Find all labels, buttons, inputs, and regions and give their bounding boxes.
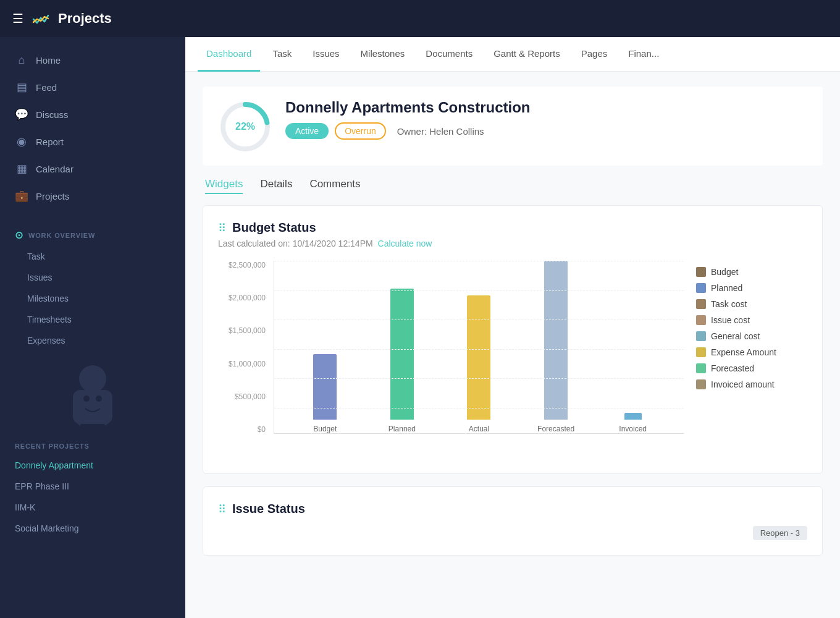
calendar-icon: ▦ bbox=[15, 162, 28, 176]
bar-budget bbox=[313, 354, 337, 420]
badge-active: Active bbox=[285, 123, 329, 139]
sidebar-item-discuss[interactable]: 💬 Discuss bbox=[0, 101, 185, 128]
logo-icon bbox=[32, 12, 49, 25]
chart-legend: Budget Planned Task cost Issue cost bbox=[696, 261, 807, 389]
sidebar-sub-task[interactable]: Task bbox=[0, 246, 185, 267]
budget-card-subtitle: Last calculated on: 10/14/2020 12:14PM C… bbox=[218, 239, 807, 248]
budget-card: ⠿ Budget Status Last calculated on: 10/1… bbox=[203, 205, 823, 474]
project-info: Donnelly Apartments Construction Active … bbox=[285, 99, 808, 140]
work-overview-icon: ⊙ bbox=[15, 229, 23, 241]
legend-swatch-expense bbox=[696, 347, 706, 357]
hamburger-icon[interactable]: ☰ bbox=[12, 11, 23, 26]
recent-item-donnely[interactable]: Donnely Appartment bbox=[0, 455, 185, 476]
sub-tab-comments[interactable]: Comments bbox=[309, 178, 360, 194]
sidebar-item-label: Calendar bbox=[36, 164, 74, 174]
y-label-5: $0 bbox=[258, 425, 266, 434]
legend-task-cost: Task cost bbox=[696, 299, 807, 309]
progress-text: 22% bbox=[235, 121, 255, 132]
bar-actual bbox=[467, 295, 490, 420]
bar-label-forecasted: Forecasted bbox=[537, 425, 574, 433]
budget-grid-icon: ⠿ bbox=[218, 221, 226, 235]
tab-task[interactable]: Task bbox=[264, 37, 300, 72]
reopen-badge: Reopen - 3 bbox=[753, 526, 807, 540]
sidebar-nav: ⌂ Home ▤ Feed 💬 Discuss ◉ Report ▦ Calen… bbox=[0, 37, 185, 219]
tab-finan[interactable]: Finan... bbox=[620, 37, 668, 72]
y-label-0: $2,500,000 bbox=[229, 261, 266, 269]
sidebar-item-report[interactable]: ◉ Report bbox=[0, 128, 185, 155]
y-label-4: $500,000 bbox=[235, 392, 266, 401]
bar-group-forecasted: Forecasted bbox=[518, 261, 595, 433]
sidebar-sub-issues[interactable]: Issues bbox=[0, 267, 185, 288]
recent-item-social[interactable]: Social Marketing bbox=[0, 518, 185, 539]
legend-swatch-forecasted bbox=[696, 363, 706, 373]
sub-tabs: Widgets Details Comments bbox=[203, 178, 823, 194]
legend-swatch-general-cost bbox=[696, 331, 706, 341]
top-bar: ☰ Projects bbox=[0, 0, 840, 37]
recent-item-epr[interactable]: EPR Phase III bbox=[0, 476, 185, 497]
sub-tab-widgets[interactable]: Widgets bbox=[205, 178, 243, 194]
bar-invoiced bbox=[624, 413, 642, 420]
progress-circle: 22% bbox=[217, 99, 273, 154]
bar-label-planned: Planned bbox=[388, 425, 416, 433]
legend-swatch-invoiced bbox=[696, 379, 706, 389]
recent-projects-section: RECENT PROJECTS Donnely Appartment EPR P… bbox=[0, 431, 185, 545]
bar-planned bbox=[390, 289, 414, 420]
legend-forecasted: Forecasted bbox=[696, 363, 807, 373]
y-label-2: $1,500,000 bbox=[229, 326, 266, 335]
sidebar-item-feed[interactable]: ▤ Feed bbox=[0, 74, 185, 101]
main-content: Dashboard Task Issues Milestones Documen… bbox=[185, 37, 840, 618]
issue-card: ⠿ Issue Status Reopen - 3 bbox=[203, 486, 823, 556]
y-axis: $2,500,000 $2,000,000 $1,500,000 $1,000,… bbox=[218, 261, 271, 434]
legend-budget: Budget bbox=[696, 267, 807, 277]
issue-card-title: Issue Status bbox=[232, 502, 305, 516]
legend-swatch-issue-cost bbox=[696, 315, 706, 325]
bar-label-actual: Actual bbox=[469, 425, 489, 433]
sidebar: ⌂ Home ▤ Feed 💬 Discuss ◉ Report ▦ Calen… bbox=[0, 37, 185, 618]
home-icon: ⌂ bbox=[15, 54, 28, 67]
legend-issue-cost: Issue cost bbox=[696, 315, 807, 325]
bar-group-actual: Actual bbox=[440, 261, 518, 433]
recent-item-iimk[interactable]: IIM-K bbox=[0, 497, 185, 518]
work-overview-section: ⊙ WORK OVERVIEW bbox=[0, 219, 185, 246]
ghost-decoration bbox=[0, 357, 185, 431]
calculate-link[interactable]: Calculate now bbox=[378, 239, 432, 248]
sidebar-sub-timesheets[interactable]: Timesheets bbox=[0, 309, 185, 330]
issue-grid-icon: ⠿ bbox=[218, 502, 226, 516]
tab-dashboard[interactable]: Dashboard bbox=[198, 37, 260, 72]
budget-card-header: ⠿ Budget Status bbox=[218, 221, 807, 235]
discuss-icon: 💬 bbox=[15, 108, 28, 121]
project-header: 22% Donnelly Apartments Construction Act… bbox=[203, 87, 823, 166]
badge-overrun: Overrun bbox=[335, 122, 386, 140]
bar-label-invoiced: Invoiced bbox=[619, 425, 647, 433]
bar-group-planned: Planned bbox=[364, 261, 441, 433]
project-badges: Active Overrun Owner: Helen Collins bbox=[285, 122, 808, 140]
sidebar-item-label: Discuss bbox=[36, 109, 69, 120]
y-label-1: $2,000,000 bbox=[229, 294, 266, 302]
sub-tab-details[interactable]: Details bbox=[260, 178, 292, 194]
legend-general-cost: General cost bbox=[696, 331, 807, 341]
sidebar-sub-milestones[interactable]: Milestones bbox=[0, 288, 185, 309]
report-icon: ◉ bbox=[15, 135, 28, 148]
legend-expense: Expense Amount bbox=[696, 347, 807, 357]
tab-gantt[interactable]: Gantt & Reports bbox=[485, 37, 569, 72]
tab-milestones[interactable]: Milestones bbox=[352, 37, 414, 72]
tab-issues[interactable]: Issues bbox=[304, 37, 348, 72]
recent-title: RECENT PROJECTS bbox=[0, 438, 185, 455]
sidebar-item-home[interactable]: ⌂ Home bbox=[0, 47, 185, 74]
tab-pages[interactable]: Pages bbox=[573, 37, 616, 72]
app-title: Projects bbox=[58, 11, 112, 27]
budget-card-title: Budget Status bbox=[232, 221, 316, 235]
sidebar-item-label: Home bbox=[36, 55, 61, 66]
sidebar-item-label: Feed bbox=[36, 82, 57, 93]
bar-forecasted bbox=[544, 261, 568, 420]
sidebar-item-projects[interactable]: 💼 Projects bbox=[0, 182, 185, 210]
bar-chart: $2,500,000 $2,000,000 $1,500,000 $1,000,… bbox=[218, 261, 684, 459]
issue-card-header: ⠿ Issue Status bbox=[218, 502, 807, 516]
sidebar-sub-expenses[interactable]: Expenses bbox=[0, 330, 185, 351]
legend-swatch-task-cost bbox=[696, 299, 706, 309]
bar-group-invoiced: Invoiced bbox=[594, 261, 671, 433]
sidebar-item-calendar[interactable]: ▦ Calendar bbox=[0, 155, 185, 182]
legend-planned: Planned bbox=[696, 283, 807, 293]
tab-documents[interactable]: Documents bbox=[417, 37, 481, 72]
svg-point-0 bbox=[79, 365, 106, 392]
